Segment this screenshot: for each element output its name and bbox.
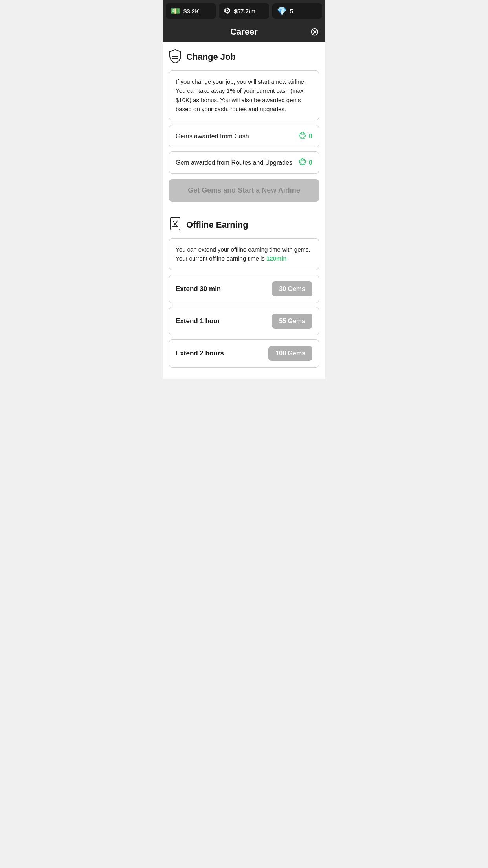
gems-stat: 💎 5 — [272, 3, 322, 19]
change-job-description: If you change your job, you will start a… — [169, 70, 319, 120]
change-job-title: Change Job — [186, 52, 236, 62]
extend-1h-button[interactable]: 55 Gems — [272, 314, 312, 329]
change-job-icon — [169, 49, 182, 65]
svg-marker-3 — [299, 132, 306, 138]
cash-value: $3.2K — [183, 8, 199, 15]
page-header: Career ⊗ — [163, 22, 325, 42]
cash-icon: 💵 — [171, 6, 180, 16]
gems-cash-label: Gems awarded from Cash — [176, 133, 249, 140]
gems-cash-value: 0 — [299, 132, 312, 141]
offline-earning-description: You can extend your offline earning time… — [169, 238, 319, 270]
offline-earning-icon — [169, 217, 182, 233]
close-button[interactable]: ⊗ — [310, 26, 319, 37]
rate-value: $57.7/m — [234, 8, 255, 15]
gems-routes-value: 0 — [299, 158, 312, 167]
offline-earning-section-header: Offline Earning — [163, 210, 325, 238]
gems-routes-row: Gem awarded from Routes and Upgrades 0 — [169, 151, 319, 174]
get-gems-start-airline-button[interactable]: Get Gems and Start a New Airline — [169, 179, 319, 202]
extend-2h-button[interactable]: 100 Gems — [268, 346, 312, 361]
svg-marker-7 — [299, 158, 306, 165]
extend-2h-row: Extend 2 hours 100 Gems — [169, 339, 319, 368]
offline-earning-title: Offline Earning — [186, 220, 248, 230]
rate-stat: ⚙ $57.7/m — [219, 3, 269, 19]
gem-routes-icon — [299, 158, 306, 167]
top-bar: 💵 $3.2K ⚙ $57.7/m 💎 5 — [163, 0, 325, 22]
extend-30-button[interactable]: 30 Gems — [272, 281, 312, 296]
rate-icon: ⚙ — [224, 6, 231, 16]
extend-2h-label: Extend 2 hours — [176, 349, 224, 357]
offline-current-time: 120min — [266, 255, 287, 262]
bottom-spacer — [163, 371, 325, 379]
gems-value: 5 — [290, 8, 293, 15]
extend-30-label: Extend 30 min — [176, 285, 221, 293]
gems-cash-row: Gems awarded from Cash 0 — [169, 125, 319, 147]
gems-routes-label: Gem awarded from Routes and Upgrades — [176, 159, 292, 166]
extend-30-row: Extend 30 min 30 Gems — [169, 275, 319, 303]
offline-description-pre: You can extend your offline earning time… — [176, 246, 310, 262]
extend-1h-row: Extend 1 hour 55 Gems — [169, 307, 319, 335]
cash-stat: 💵 $3.2K — [166, 3, 216, 19]
content-area: Change Job If you change your job, you w… — [163, 42, 325, 379]
change-job-section-header: Change Job — [163, 42, 325, 70]
gems-icon: 💎 — [277, 6, 287, 16]
page-title: Career — [230, 27, 258, 37]
extend-1h-label: Extend 1 hour — [176, 317, 220, 325]
gem-cash-icon — [299, 132, 306, 141]
